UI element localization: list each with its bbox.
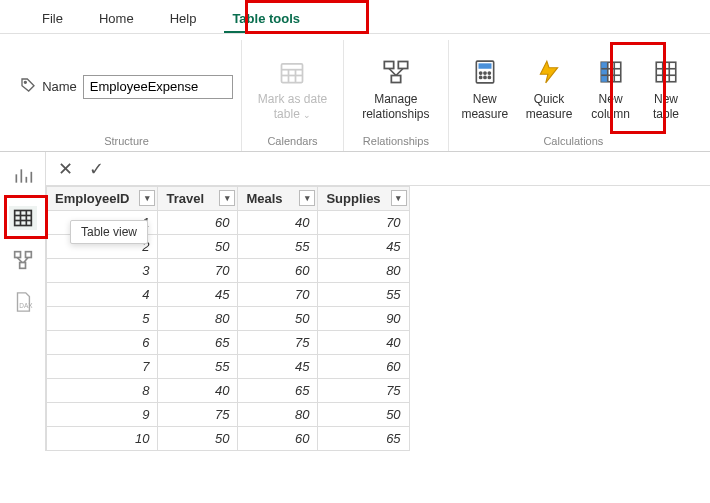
table-row[interactable]: 3706080 [47,259,410,283]
cell[interactable]: 80 [158,307,238,331]
table-row[interactable]: 4457055 [47,283,410,307]
column-header-supplies[interactable]: Supplies ▾ [318,187,409,211]
svg-rect-8 [391,76,400,83]
group-label-calculations: Calculations [543,133,603,151]
cell[interactable]: 55 [238,235,318,259]
relationships-icon [380,56,412,88]
tab-file[interactable]: File [24,5,81,32]
calendar-icon [276,56,308,88]
quick-measure-button[interactable]: Quick measure [519,52,579,121]
cell[interactable]: 65 [238,379,318,403]
cell[interactable]: 4 [47,283,158,307]
filter-dropdown-icon[interactable]: ▾ [219,190,235,206]
new-column-button[interactable]: New column [585,52,636,121]
table-row[interactable]: 9758050 [47,403,410,427]
cell[interactable]: 75 [158,403,238,427]
cell[interactable]: 90 [318,307,409,331]
cell[interactable]: 40 [158,379,238,403]
table-row[interactable]: 10506065 [47,427,410,451]
table-row[interactable]: 6657540 [47,331,410,355]
new-table-icon [650,56,682,88]
new-measure-button[interactable]: New measure [457,52,513,121]
cancel-formula-button[interactable]: ✕ [54,158,77,180]
cell[interactable]: 60 [238,259,318,283]
filter-dropdown-icon[interactable]: ▾ [139,190,155,206]
cell[interactable]: 3 [47,259,158,283]
mark-as-date-button: Mark as date table ⌄ [250,52,335,121]
group-label-relationships: Relationships [363,133,429,151]
cell[interactable]: 40 [318,331,409,355]
formula-input[interactable] [116,152,710,185]
svg-point-0 [24,81,26,83]
ribbon-group-calendars: Mark as date table ⌄ Calendars [242,40,344,151]
tab-help[interactable]: Help [152,5,215,32]
svg-point-14 [484,72,486,74]
svg-rect-20 [601,62,608,82]
svg-rect-41 [19,263,25,269]
svg-rect-39 [14,252,20,258]
cell[interactable]: 65 [318,427,409,451]
cell[interactable]: 45 [318,235,409,259]
column-header-meals[interactable]: Meals ▾ [238,187,318,211]
cell[interactable]: 10 [47,427,158,451]
filter-dropdown-icon[interactable]: ▾ [391,190,407,206]
cell[interactable]: 80 [318,259,409,283]
table-name-input[interactable] [83,75,233,99]
tab-home[interactable]: Home [81,5,152,32]
table-row[interactable]: 7554560 [47,355,410,379]
cell[interactable]: 50 [318,403,409,427]
cell[interactable]: 40 [238,211,318,235]
view-switcher: DAX [0,152,46,451]
svg-rect-40 [25,252,31,258]
report-view-button[interactable] [9,164,37,188]
cell[interactable]: 65 [158,331,238,355]
svg-point-13 [479,72,481,74]
cell[interactable]: 75 [318,379,409,403]
column-header-travel[interactable]: Travel ▾ [158,187,238,211]
cell[interactable]: 50 [238,307,318,331]
cell[interactable]: 7 [47,355,158,379]
cell[interactable]: 60 [238,427,318,451]
tag-icon [20,77,36,96]
cell[interactable]: 70 [158,259,238,283]
cell[interactable]: 60 [158,211,238,235]
column-header-employeeid[interactable]: EmployeeID ▾ [47,187,158,211]
cell[interactable]: 5 [47,307,158,331]
manage-relationships-button[interactable]: Manage relationships [352,52,440,121]
name-label: Name [42,79,77,94]
svg-point-15 [488,72,490,74]
calculator-icon [469,56,501,88]
table-view-button[interactable] [9,206,37,230]
cell[interactable]: 70 [238,283,318,307]
cell[interactable]: 8 [47,379,158,403]
tab-table-tools[interactable]: Table tools [214,5,318,32]
svg-rect-12 [478,63,491,68]
formula-bar: ✕ ✓ [46,152,710,186]
cell[interactable]: 9 [47,403,158,427]
cell[interactable]: 50 [158,427,238,451]
cell[interactable]: 45 [238,355,318,379]
svg-line-9 [389,69,396,76]
filter-dropdown-icon[interactable]: ▾ [299,190,315,206]
svg-rect-7 [398,62,407,69]
model-view-button[interactable] [9,248,37,272]
quick-measure-icon [533,56,565,88]
ribbon-tabs: File Home Help Table tools [0,0,710,34]
commit-formula-button[interactable]: ✓ [85,158,108,180]
table-row[interactable]: 8406575 [47,379,410,403]
dax-view-button[interactable]: DAX [9,290,37,314]
cell[interactable]: 45 [158,283,238,307]
new-table-button[interactable]: New table [642,52,690,121]
table-row[interactable]: 5805090 [47,307,410,331]
cell[interactable]: 6 [47,331,158,355]
cell[interactable]: 80 [238,403,318,427]
cell[interactable]: 55 [318,283,409,307]
svg-line-10 [396,69,403,76]
cell[interactable]: 75 [238,331,318,355]
cell[interactable]: 70 [318,211,409,235]
cell[interactable]: 50 [158,235,238,259]
ribbon-group-relationships: Manage relationships Relationships [344,40,449,151]
ribbon: Name Structure Mark as date table ⌄ Cale… [0,34,710,152]
cell[interactable]: 60 [318,355,409,379]
cell[interactable]: 55 [158,355,238,379]
